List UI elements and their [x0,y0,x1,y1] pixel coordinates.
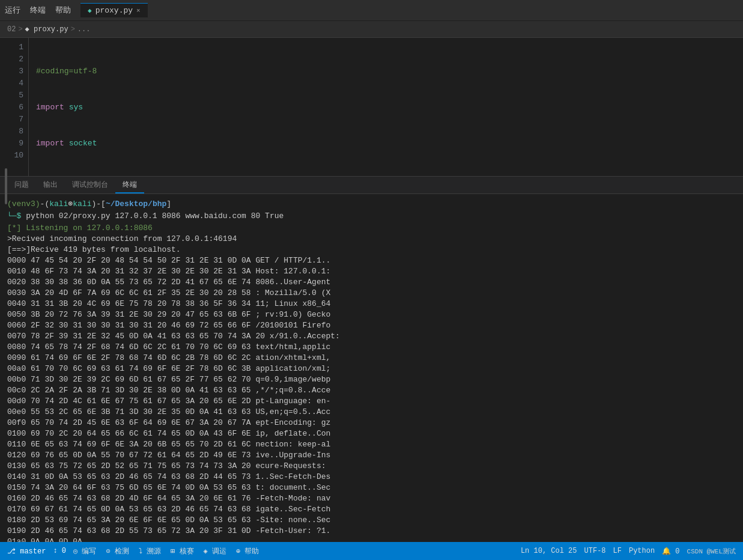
terminal-command: python 02/proxy.py 127.0.0.1 8086 www.ba… [26,211,284,222]
terminal-output: [*] Listening on 127.0.0.1:8086 >Recived… [7,223,736,542]
status-bar: ⎇ master ↕ 0 ◎ 编写 ⊙ 检测 ⤵ 溯源 ⊞ 核赛 ◈ 调运 ⊕ … [0,542,743,560]
terminal-line-14: 00b0 71 3D 30 2E 39 2C 69 6D 61 67 65 2F… [7,374,736,385]
bc-sep-2: > [71,25,75,34]
terminal-dash: -( [40,199,50,210]
bc-ellipsis: ... [77,25,91,34]
bottom-item-trace[interactable]: ⤵ 溯源 [139,546,161,556]
panel-tabs: 问题 输出 调试控制台 终端 [0,176,743,194]
code-editor[interactable]: #coding=utf-8 import sys import socket i… [29,38,743,176]
tab-area: ◆ proxy.py × [80,3,148,17]
terminal-bracket-close: )-[ [91,199,105,210]
terminal-line-18: 00f0 65 70 74 2D 45 6E 63 6F 64 69 6E 67… [7,418,736,428]
tab-problems[interactable]: 问题 [7,177,36,193]
terminal-line-29: 01a0 0A 0A 0D 0A ... [7,537,736,542]
code-line-1: #coding=utf-8 [36,65,736,78]
terminal-line-24: 0150 74 3A 20 64 6F 63 75 6D 65 6E 74 0D… [7,482,736,493]
tab-terminal[interactable]: 终端 [115,177,144,193]
line-numbers: 1 2 3 4 5 6 7 8 9 10 [0,38,29,176]
terminal-line-17: 00e0 55 53 2C 65 6E 3B 71 3D 30 2E 35 0D… [7,407,736,418]
tab-file-icon: ◆ [88,7,92,14]
terminal-env: (venv3) [7,199,40,210]
bottom-item-write[interactable]: ◎ 编写 [73,546,96,556]
bottom-item-ops[interactable]: ◈ 调运 [204,546,226,556]
terminal-prompt-line: (venv3) -( kali ⊛ kali )-[ ~/Desktop/bhp… [7,199,736,210]
terminal-line-12: 0090 61 74 69 6F 6E 2F 78 68 74 6D 6C 2B… [7,353,736,364]
terminal-line-4: 0010 48 6F 73 74 3A 20 31 32 37 2E 30 2E… [7,266,736,277]
terminal-line-23: 0140 31 0D 0A 53 65 63 2D 46 65 74 63 68… [7,472,736,482]
tab-close-button[interactable]: × [136,7,141,14]
menu-terminal[interactable]: 终端 [30,5,46,16]
top-menu-bar: 运行 终端 帮助 ◆ proxy.py × [0,0,743,21]
terminal-line-7: 0040 31 31 3B 20 4C 69 6E 75 78 20 78 38… [7,299,736,309]
terminal-line-20: 0110 6E 65 63 74 69 6F 6E 3A 20 6B 65 65… [7,439,736,450]
terminal-line-10: 0070 78 2F 39 31 2E 32 45 0D 0A 41 63 63… [7,331,736,342]
sync-status[interactable]: ↕ 0 [53,547,66,555]
terminal-line-27: 0180 2D 53 69 74 65 3A 20 6E 6F 6E 65 0D… [7,515,736,526]
terminal-line-1: >Recived incoming connection from 127.0.… [7,234,736,245]
tab-output[interactable]: 输出 [36,177,65,193]
terminal-line-28: 0190 2D 46 65 74 63 68 2D 55 73 65 72 3A… [7,526,736,537]
code-line-4: import threading [36,174,736,176]
terminal-line-22: 0130 65 63 75 72 65 2D 52 65 71 75 65 73… [7,461,736,472]
status-right: Ln 10, Col 25 UTF-8 LF Python 🔔 0 CSDN @… [521,547,736,556]
terminal-line-8: 0050 3B 20 72 76 3A 39 31 2E 30 29 20 47… [7,309,736,320]
bc-sep-1: > [18,25,22,34]
menu-help[interactable]: 帮助 [55,5,71,16]
terminal-line-13: 00a0 61 70 70 6C 69 63 61 74 69 6F 6E 2F… [7,364,736,374]
status-bottom-items: ◎ 编写 ⊙ 检测 ⤵ 溯源 ⊞ 核赛 ◈ 调运 ⊕ 帮助 [73,546,259,556]
editor-area: 1 2 3 4 5 6 7 8 9 10 #coding=utf-8 impor… [0,38,743,176]
terminal-line-16: 00d0 70 74 2D 4C 61 6E 67 75 61 67 65 3A… [7,396,736,407]
terminal-command-line: └─$ python 02/proxy.py 127.0.0.1 8086 ww… [7,211,736,222]
terminal-path: ~/Desktop/bhp [106,199,166,210]
breadcrumb: 02 > ◆ proxy.py > ... [0,21,743,38]
bottom-item-help[interactable]: ⊕ 帮助 [236,546,259,556]
terminal-line-0: [*] Listening on 127.0.0.1:8086 [7,223,736,234]
eol[interactable]: LF [613,547,622,555]
status-left: ⎇ master ↕ 0 ◎ 编写 ⊙ 检测 ⤵ 溯源 ⊞ 核赛 ◈ 调运 ⊕ … [7,546,259,556]
notifications[interactable]: 🔔 0 [662,547,679,556]
code-line-3: import socket [36,138,736,150]
terminal-prompt-char: └─$ [7,211,26,222]
terminal-line-5: 0020 38 30 38 36 0D 0A 55 73 65 72 2D 41… [7,277,736,288]
terminal-line-9: 0060 2F 32 30 31 30 30 31 30 31 20 46 69… [7,320,736,331]
terminal-line-6: 0030 3A 20 4D 6F 7A 69 6C 6C 61 2F 35 2E… [7,288,736,299]
tab-debug-console[interactable]: 调试控制台 [65,177,115,193]
watermark-text: CSDN @WEL测试 [687,547,736,556]
terminal-line-21: 0120 69 76 65 0D 0A 55 70 67 72 61 64 65… [7,450,736,461]
git-branch[interactable]: ⎇ master [7,547,46,556]
terminal-user: kali [49,199,68,210]
cursor-position[interactable]: Ln 10, Col 25 [521,547,577,555]
tab-proxy-py[interactable]: ◆ proxy.py × [80,3,148,17]
terminal-bracket-end: ] [166,199,171,210]
terminal-at: ⊛ [68,199,73,210]
terminal-line-26: 0170 69 67 61 74 65 0D 0A 53 65 63 2D 46… [7,504,736,515]
code-line-2: import sys [36,102,736,114]
terminal-line-3: 0000 47 45 54 20 2F 20 48 54 54 50 2F 31… [7,255,736,266]
tab-filename: proxy.py [96,6,133,15]
terminal-line-15: 00c0 2C 2A 2F 2A 3B 71 3D 30 2E 38 0D 0A… [7,385,736,396]
menu-run[interactable]: 运行 [5,5,20,16]
bottom-item-race[interactable]: ⊞ 核赛 [171,546,193,556]
bottom-item-detect[interactable]: ⊙ 检测 [106,546,129,556]
terminal-line-2: [==>]Recive 419 bytes from localhost. [7,245,736,255]
scroll-indicator[interactable] [5,168,7,204]
bc-02: 02 [7,25,16,34]
bc-file[interactable]: ◆ proxy.py [25,25,68,34]
terminal-area[interactable]: (venv3) -( kali ⊛ kali )-[ ~/Desktop/bhp… [0,194,743,542]
terminal-line-19: 0100 69 70 2C 20 64 65 66 6C 61 74 65 0D… [7,428,736,439]
terminal-host: kali [73,199,91,210]
terminal-line-25: 0160 2D 46 65 74 63 68 2D 4D 6F 64 65 3A… [7,493,736,504]
encoding[interactable]: UTF-8 [584,547,606,555]
menu-items: 运行 终端 帮助 [5,5,71,16]
language[interactable]: Python [629,547,655,555]
terminal-line-11: 0080 74 65 78 74 2F 68 74 6D 6C 2C 61 70… [7,342,736,353]
